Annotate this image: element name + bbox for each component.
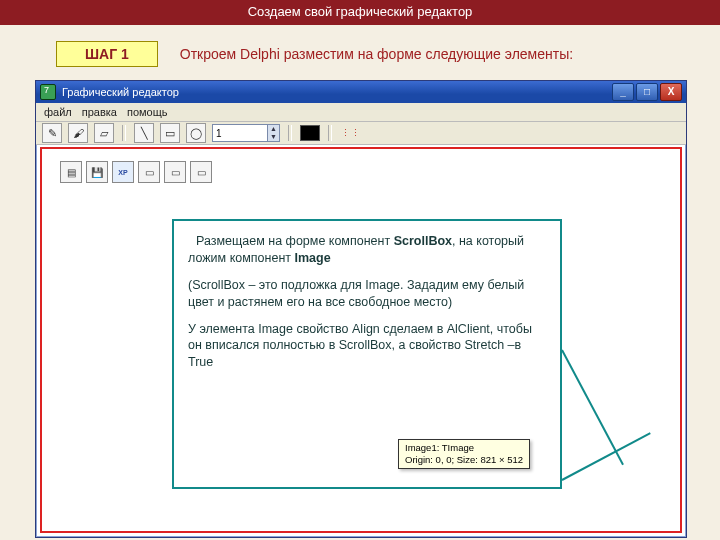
- rect-icon: ▭: [165, 127, 175, 140]
- menubar: файл правка помощь: [36, 103, 686, 122]
- grid-icon: ⋮⋮: [341, 128, 361, 138]
- callout-connector: [562, 432, 651, 481]
- palette-icon: ▭: [145, 167, 154, 178]
- tool-eraser-button[interactable]: ▱: [94, 123, 114, 143]
- menu-edit[interactable]: правка: [82, 106, 117, 118]
- tool-line-button[interactable]: ╲: [134, 123, 154, 143]
- maximize-button[interactable]: □: [636, 83, 658, 101]
- main-toolbar: ✎ 🖌 ▱ ╲ ▭ ◯ 1 ▲ ▼ ⋮⋮: [36, 122, 686, 145]
- app-icon: [40, 84, 56, 100]
- size-value[interactable]: 1: [213, 128, 267, 139]
- size-spinner[interactable]: 1 ▲ ▼: [212, 124, 280, 142]
- minimize-button[interactable]: _: [612, 83, 634, 101]
- menu-help[interactable]: помощь: [127, 106, 168, 118]
- toolbar-separator: [328, 125, 332, 141]
- color-swatch[interactable]: [300, 125, 320, 141]
- palette-icon: ▤: [67, 167, 76, 178]
- disk-icon: 💾: [91, 167, 103, 178]
- line-icon: ╲: [141, 127, 148, 140]
- slide-header: Создаем свой графический редактор: [0, 0, 720, 25]
- eraser-icon: ▱: [100, 127, 108, 140]
- pencil-icon: ✎: [48, 127, 57, 140]
- step-instruction: Откроем Delphi разместим на форме следую…: [180, 46, 573, 62]
- window-title: Графический редактор: [62, 86, 179, 98]
- close-button[interactable]: X: [660, 83, 682, 101]
- ellipse-icon: ◯: [190, 127, 202, 140]
- palette-btn-1[interactable]: ▤: [60, 161, 82, 183]
- tool-ellipse-button[interactable]: ◯: [186, 123, 206, 143]
- grid-toggle-button[interactable]: ⋮⋮: [340, 124, 362, 142]
- tool-rect-button[interactable]: ▭: [160, 123, 180, 143]
- menu-file[interactable]: файл: [44, 106, 72, 118]
- palette-btn-6[interactable]: ▭: [190, 161, 212, 183]
- palette-btn-5[interactable]: ▭: [164, 161, 186, 183]
- callout-p2: (ScrollBox – это подложка для Image. Зад…: [188, 277, 546, 311]
- toolbar-separator: [122, 125, 126, 141]
- tool-pencil-button[interactable]: ✎: [42, 123, 62, 143]
- step-row: ШАГ 1 Откроем Delphi разместим на форме …: [0, 25, 720, 73]
- callout-p3: У элемента Image свойство Align сделаем …: [188, 321, 546, 372]
- app-window: Графический редактор _ □ X файл правка п…: [35, 80, 687, 538]
- xp-icon: XP: [113, 162, 133, 182]
- slide-title: Создаем свой графический редактор: [248, 4, 473, 19]
- tooltip-line2: Origin: 0, 0; Size: 821 × 512: [405, 454, 523, 466]
- tooltip-line1: Image1: TImage: [405, 442, 523, 454]
- callout-connector: [561, 350, 624, 466]
- palette-btn-4[interactable]: ▭: [138, 161, 160, 183]
- palette-icon: ▭: [197, 167, 206, 178]
- component-palette: ▤ 💾 XP ▭ ▭ ▭: [60, 161, 212, 183]
- spin-up-button[interactable]: ▲: [267, 125, 279, 133]
- step-badge: ШАГ 1: [56, 41, 158, 67]
- spin-down-button[interactable]: ▼: [267, 133, 279, 141]
- palette-btn-2[interactable]: 💾: [86, 161, 108, 183]
- window-buttons: _ □ X: [612, 83, 682, 101]
- palette-btn-xp[interactable]: XP: [112, 161, 134, 183]
- palette-icon: ▭: [171, 167, 180, 178]
- toolbar-separator: [288, 125, 292, 141]
- brush-icon: 🖌: [73, 127, 84, 139]
- scrollbox-area[interactable]: ▤ 💾 XP ▭ ▭ ▭ Размещаем на форме компонен…: [40, 147, 682, 533]
- designer-tooltip: Image1: TImage Origin: 0, 0; Size: 821 ×…: [398, 439, 530, 469]
- callout-p1: Размещаем на форме компонент ScrollBox, …: [188, 233, 546, 267]
- titlebar: Графический редактор _ □ X: [36, 81, 686, 103]
- tool-brush-button[interactable]: 🖌: [68, 123, 88, 143]
